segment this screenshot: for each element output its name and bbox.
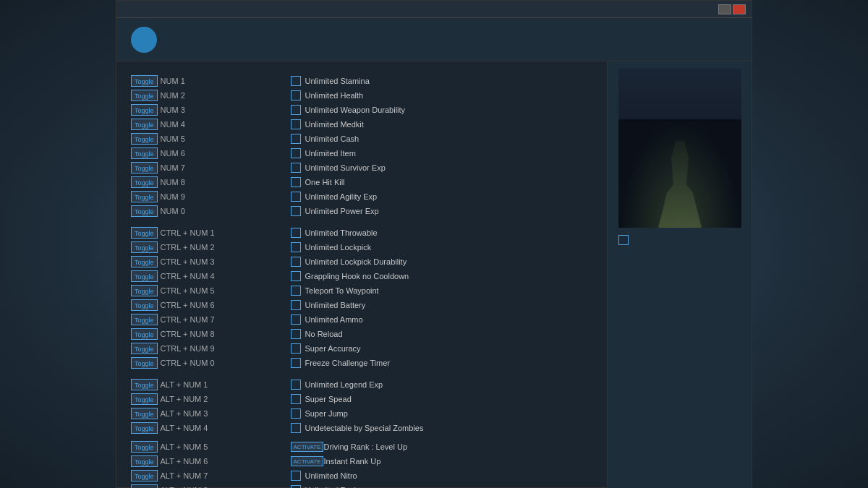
option-label: Freeze Challenge Timer	[305, 359, 390, 367]
option-checkbox[interactable]	[291, 177, 301, 187]
table-row: ToggleNUM 8One Hit Kill	[131, 176, 592, 189]
hotkey-label: NUM 3	[161, 106, 291, 114]
option-checkbox[interactable]	[291, 380, 301, 390]
table-row: ToggleALT + NUM 7Unlimited Nitro	[131, 469, 592, 482]
activate-button[interactable]: ACTIVATE	[291, 442, 324, 452]
option-checkbox[interactable]	[291, 329, 301, 339]
option-checkbox[interactable]	[291, 485, 301, 488]
toggle-button[interactable]: Toggle	[131, 270, 158, 282]
toggle-button[interactable]: Toggle	[131, 176, 158, 188]
toggle-button[interactable]: Toggle	[131, 90, 158, 101]
option-checkbox[interactable]	[291, 242, 301, 252]
option-label: Teleport To Waypoint	[305, 286, 379, 295]
toggle-button[interactable]: Toggle	[131, 422, 158, 434]
hotkey-label: NUM 9	[161, 192, 291, 201]
hotkey-label: NUM 7	[161, 163, 291, 172]
toggle-button[interactable]: Toggle	[131, 393, 158, 405]
toggle-button[interactable]: Toggle	[131, 484, 158, 488]
option-checkbox[interactable]	[291, 394, 301, 404]
toggle-button[interactable]: Toggle	[131, 227, 158, 239]
activate-trainer-checkbox[interactable]	[618, 235, 629, 245]
option-checkbox[interactable]	[291, 119, 301, 129]
option-checkbox[interactable]	[291, 76, 301, 86]
right-panel	[607, 61, 752, 488]
option-checkbox[interactable]	[291, 163, 301, 173]
toggle-button[interactable]: Toggle	[131, 241, 158, 253]
option-label: Unlimited Cash	[305, 134, 359, 143]
minimize-button[interactable]	[718, 4, 731, 14]
toggle-button[interactable]: Toggle	[131, 104, 158, 116]
table-row: ToggleALT + NUM 5ACTIVATEDriving Rank : …	[131, 440, 592, 453]
toggle-button[interactable]: Toggle	[131, 299, 158, 311]
hotkey-label: NUM 4	[161, 120, 291, 129]
hotkey-label: NUM 8	[161, 178, 291, 187]
hotkey-label: CTRL + NUM 6	[161, 301, 291, 309]
hotkey-label: CTRL + NUM 7	[161, 315, 291, 324]
option-checkbox[interactable]	[291, 271, 301, 281]
toggle-button[interactable]: Toggle	[131, 191, 158, 202]
toggle-button[interactable]: Toggle	[131, 205, 158, 217]
toggle-button[interactable]: Toggle	[131, 470, 158, 481]
option-label: Unlimited Health	[305, 91, 364, 100]
toggle-button[interactable]: Toggle	[131, 343, 158, 354]
option-checkbox[interactable]	[291, 228, 301, 238]
toggle-button[interactable]: Toggle	[131, 256, 158, 267]
option-label: Unlimited Throwable	[305, 228, 378, 237]
hotkey-label: ALT + NUM 6	[161, 457, 291, 466]
dlc-rows: ToggleALT + NUM 5ACTIVATEDriving Rank : …	[131, 440, 592, 488]
activate-button[interactable]: ACTIVATE	[291, 456, 324, 466]
option-checkbox[interactable]	[291, 90, 301, 100]
option-label: Super Accuracy	[305, 344, 361, 353]
option-checkbox[interactable]	[291, 192, 301, 202]
option-checkbox[interactable]	[291, 423, 301, 433]
option-checkbox[interactable]	[291, 206, 301, 216]
group2: ToggleCTRL + NUM 1Unlimited ThrowableTog…	[131, 226, 592, 369]
table-row: ToggleCTRL + NUM 9Super Accuracy	[131, 342, 592, 355]
cover-figure	[618, 119, 741, 228]
toggle-button[interactable]: Toggle	[131, 133, 158, 145]
option-label: Super Spead	[305, 395, 352, 403]
left-panel: ToggleNUM 1Unlimited StaminaToggleNUM 2U…	[116, 61, 607, 488]
table-row: ToggleCTRL + NUM 3Unlimited Lockpick Dur…	[131, 255, 592, 268]
option-checkbox[interactable]	[291, 286, 301, 296]
toggle-button[interactable]: Toggle	[131, 75, 158, 87]
option-checkbox[interactable]	[291, 471, 301, 481]
option-checkbox[interactable]	[291, 408, 301, 419]
option-label: Driving Rank : Level Up	[323, 442, 407, 451]
toggle-button[interactable]: Toggle	[131, 119, 158, 130]
hotkey-label: ALT + NUM 5	[161, 442, 291, 451]
hotkey-label: NUM 1	[161, 77, 291, 85]
option-label: Unlimited Lockpick	[305, 243, 372, 252]
table-row: ToggleNUM 6Unlimited Item	[131, 147, 592, 160]
table-row: ToggleCTRL + NUM 0Freeze Challenge Timer	[131, 356, 592, 369]
option-label: Instant Rank Up	[323, 457, 380, 466]
toggle-button[interactable]: Toggle	[131, 147, 158, 159]
toggle-button[interactable]: Toggle	[131, 314, 158, 325]
hotkey-label: ALT + NUM 3	[161, 409, 291, 418]
cover-image	[618, 69, 741, 228]
option-checkbox[interactable]	[291, 257, 301, 267]
option-checkbox[interactable]	[291, 300, 301, 310]
option-checkbox[interactable]	[291, 134, 301, 144]
toggle-button[interactable]: Toggle	[131, 285, 158, 296]
option-checkbox[interactable]	[291, 358, 301, 368]
option-checkbox[interactable]	[291, 148, 301, 158]
group1: ToggleNUM 1Unlimited StaminaToggleNUM 2U…	[131, 74, 592, 218]
content-area: ToggleNUM 1Unlimited StaminaToggleNUM 2U…	[116, 61, 752, 488]
hotkey-label: NUM 2	[161, 91, 291, 100]
toggle-button[interactable]: Toggle	[131, 379, 158, 390]
hotkey-label: CTRL + NUM 8	[161, 330, 291, 338]
toggle-button[interactable]: Toggle	[131, 162, 158, 174]
hotkey-label: CTRL + NUM 3	[161, 257, 291, 266]
figure-silhouette	[658, 141, 702, 228]
option-checkbox[interactable]	[291, 105, 301, 115]
main-window: ToggleNUM 1Unlimited StaminaToggleNUM 2U…	[116, 0, 752, 488]
toggle-button[interactable]: Toggle	[131, 357, 158, 369]
toggle-button[interactable]: Toggle	[131, 328, 158, 340]
close-button[interactable]	[733, 4, 746, 14]
option-checkbox[interactable]	[291, 343, 301, 354]
toggle-button[interactable]: Toggle	[131, 408, 158, 419]
toggle-button[interactable]: Toggle	[131, 455, 158, 467]
option-checkbox[interactable]	[291, 314, 301, 325]
toggle-button[interactable]: Toggle	[131, 441, 158, 453]
